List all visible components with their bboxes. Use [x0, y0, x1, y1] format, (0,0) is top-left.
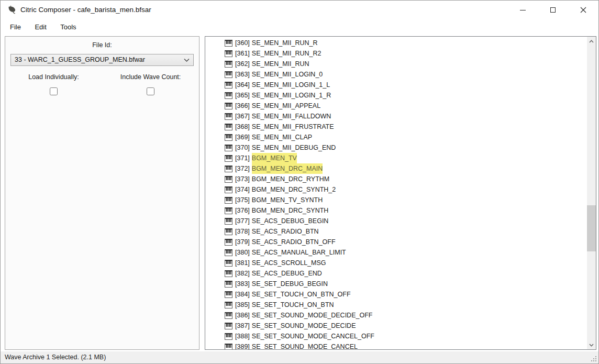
list-item-name: SE_MEN_MII_CLAP	[252, 132, 312, 142]
list-item-name: SE_MEN_MII_RUN	[252, 59, 309, 69]
list-item-index: [366]	[235, 101, 250, 111]
list-item-index: [371]	[235, 153, 250, 163]
list-item[interactable]: [379] SE_ACS_RADIO_BTN_OFF	[205, 237, 587, 247]
minimize-icon	[520, 10, 526, 10]
list-item[interactable]: [384] SE_SET_TOUCH_ON_BTN_OFF	[205, 289, 587, 300]
list-item[interactable]: [381] SE_ACS_SCROLL_MSG	[205, 258, 587, 268]
list-item-index: [364]	[235, 80, 250, 90]
list-item[interactable]: [364] SE_MEN_MII_LOGIN_1_L	[205, 80, 587, 90]
piano-keys-icon	[225, 333, 232, 340]
piano-keys-icon	[225, 155, 232, 162]
vertical-scrollbar[interactable]	[587, 37, 596, 349]
list-item-name: SE_MEN_MII_RUN_R2	[252, 48, 321, 59]
piano-keys-icon	[225, 270, 232, 277]
list-item[interactable]: [380] SE_ACS_MANUAL_BAR_LIMIT	[205, 247, 587, 258]
list-item-name: SE_MEN_MII_FALLDOWN	[252, 111, 331, 122]
status-text: Wave Archive 1 Selected. (2.1 MB)	[5, 351, 106, 363]
list-item-name: BGM_MEN_DRC_RYTHM	[252, 174, 329, 184]
menu-file[interactable]: File	[4, 21, 27, 32]
list-item[interactable]: [365] SE_MEN_MII_LOGIN_1_R	[205, 90, 587, 101]
list-item[interactable]: [369] SE_MEN_MII_CLAP	[205, 132, 587, 142]
list-item-name: SE_ACS_RADIO_BTN	[252, 226, 319, 237]
file-options-panel: File Id: 33 - WARC_1_GUESS_GROUP_MEN.bfw…	[5, 36, 199, 350]
piano-keys-icon	[225, 92, 232, 99]
list-item[interactable]: [361] SE_MEN_MII_RUN_R2	[205, 48, 587, 59]
piano-keys-icon	[225, 145, 232, 151]
list-item[interactable]: [368] SE_MEN_MII_FRUSTRATE	[205, 122, 587, 132]
list-item[interactable]: [367] SE_MEN_MII_FALLDOWN	[205, 111, 587, 122]
chevron-down-icon	[589, 344, 594, 347]
list-item-index: [387]	[235, 321, 250, 331]
list-item[interactable]: [372] BGM_MEN_DRC_MAIN	[205, 163, 587, 174]
list-item-name: SE_SET_SOUND_MODE_DECIDE_OFF	[252, 310, 373, 321]
list-item-index: [362]	[235, 59, 250, 69]
list-item-name: SE_MEN_MII_LOGIN_1_R	[252, 90, 331, 101]
maximize-button[interactable]	[541, 1, 565, 19]
list-item[interactable]: [387] SE_SET_SOUND_MODE_DECIDE	[205, 321, 587, 331]
list-item-index: [377]	[235, 216, 250, 226]
list-item[interactable]: [363] SE_MEN_MII_LOGIN_0	[205, 69, 587, 80]
piano-keys-icon	[225, 228, 232, 235]
scroll-up-button[interactable]	[587, 37, 596, 46]
list-item-index: [360]	[235, 38, 250, 48]
list-item-index: [385]	[235, 300, 250, 310]
list-item[interactable]: [386] SE_SET_SOUND_MODE_DECIDE_OFF	[205, 310, 587, 321]
close-icon	[580, 7, 586, 13]
scrollbar-thumb[interactable]	[587, 205, 596, 251]
sound-list: [360] SE_MEN_MII_RUN_R [361] SE_MEN_MII_…	[205, 38, 587, 350]
include-wave-count-checkbox[interactable]	[147, 87, 154, 95]
close-button[interactable]	[571, 1, 595, 19]
list-item[interactable]: [366] SE_MEN_MII_APPEAL	[205, 101, 587, 111]
menu-edit[interactable]: Edit	[29, 21, 52, 32]
scroll-down-button[interactable]	[587, 340, 596, 349]
list-item[interactable]: [388] SE_SET_SOUND_MODE_CANCEL_OFF	[205, 331, 587, 341]
list-item-index: [361]	[235, 48, 250, 59]
list-item[interactable]: [385] SE_SET_TOUCH_ON_BTN	[205, 300, 587, 310]
list-item-name: SE_ACS_SCROLL_MSG	[252, 258, 326, 268]
menu-tools[interactable]: Tools	[54, 21, 82, 32]
list-item-name: SE_MEN_MII_FRUSTRATE	[252, 122, 334, 132]
piano-keys-icon	[225, 50, 232, 57]
file-id-dropdown[interactable]: 33 - WARC_1_GUESS_GROUP_MEN.bfwar	[10, 54, 194, 66]
list-item-name: SE_MEN_MII_APPEAL	[252, 101, 320, 111]
list-item[interactable]: [371] BGM_MEN_TV	[205, 153, 587, 163]
list-item-name: SE_SET_SOUND_MODE_CANCEL_OFF	[252, 331, 374, 341]
piano-keys-icon	[225, 249, 232, 256]
list-item[interactable]: [373] BGM_MEN_DRC_RYTHM	[205, 174, 587, 184]
minimize-button[interactable]	[511, 1, 535, 19]
list-item-name: BGM_MEN_DRC_SYNTH	[252, 205, 329, 216]
list-item-index: [378]	[235, 226, 250, 237]
list-item-index: [363]	[235, 69, 250, 80]
piano-keys-icon	[225, 207, 232, 214]
piano-keys-icon	[225, 124, 232, 130]
list-item-index: [376]	[235, 205, 250, 216]
list-item-name: SE_ACS_RADIO_BTN_OFF	[252, 237, 336, 247]
list-item-name: SE_SET_SOUND_MODE_CANCEL	[252, 341, 358, 350]
resize-grip-icon[interactable]	[590, 355, 597, 362]
list-item[interactable]: [376] BGM_MEN_DRC_SYNTH	[205, 205, 587, 216]
sound-entries-panel: [360] SE_MEN_MII_RUN_R [361] SE_MEN_MII_…	[205, 36, 596, 350]
chevron-up-icon	[589, 40, 594, 43]
piano-keys-icon	[225, 103, 232, 109]
list-item[interactable]: [383] SE_SET_DEBUG_BEGIN	[205, 279, 587, 289]
list-item-index: [375]	[235, 195, 250, 205]
list-item[interactable]: [378] SE_ACS_RADIO_BTN	[205, 226, 587, 237]
list-item[interactable]: [389] SE_SET_SOUND_MODE_CANCEL	[205, 341, 587, 350]
list-item-index: [379]	[235, 237, 250, 247]
list-item[interactable]: [360] SE_MEN_MII_RUN_R	[205, 38, 587, 48]
load-individually-checkbox[interactable]	[50, 87, 58, 95]
leaf-app-icon	[7, 5, 17, 15]
menu-bar: File Edit Tools	[1, 19, 598, 34]
piano-keys-icon	[225, 323, 232, 329]
status-bar: Wave Archive 1 Selected. (2.1 MB)	[1, 351, 598, 363]
list-item[interactable]: [362] SE_MEN_MII_RUN	[205, 59, 587, 69]
list-item-index: [374]	[235, 184, 250, 195]
list-item[interactable]: [370] SE_MEN_MII_DEBUG_END	[205, 142, 587, 153]
list-item-name: BGM_MEN_TV	[252, 153, 297, 163]
list-item[interactable]: [374] BGM_MEN_DRC_SYNTH_2	[205, 184, 587, 195]
load-individually-label: Load Individually:	[5, 73, 102, 81]
list-item[interactable]: [377] SE_ACS_DEBUG_BEGIN	[205, 216, 587, 226]
list-item-index: [373]	[235, 174, 250, 184]
list-item[interactable]: [382] SE_ACS_DEBUG_END	[205, 268, 587, 279]
list-item[interactable]: [375] BGM_MEN_TV_SYNTH	[205, 195, 587, 205]
